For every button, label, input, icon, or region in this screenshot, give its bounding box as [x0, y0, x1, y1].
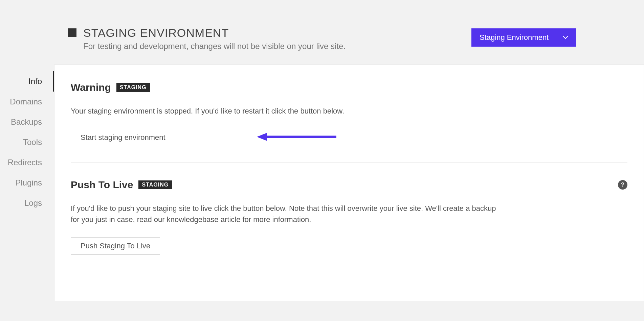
staging-badge: STAGING — [116, 83, 150, 92]
page-header: STAGING ENVIRONMENT For testing and deve… — [0, 0, 644, 65]
warning-section: Warning STAGING Your staging environment… — [71, 82, 627, 163]
sidebar-item-plugins[interactable]: Plugins — [0, 173, 54, 193]
sidebar-item-redirects[interactable]: Redirects — [0, 152, 54, 173]
environment-selector-label: Staging Environment — [480, 33, 549, 42]
content-panel: Warning STAGING Your staging environment… — [54, 65, 644, 301]
sidebar-item-backups[interactable]: Backups — [0, 112, 54, 132]
sidebar-item-label: Backups — [11, 117, 42, 126]
staging-badge: STAGING — [138, 180, 172, 189]
push-text: If you'd like to push your staging site … — [71, 203, 497, 225]
warning-text: Your staging environment is stopped. If … — [71, 105, 497, 117]
help-icon[interactable]: ? — [618, 180, 627, 190]
page-subtitle: For testing and development, changes wil… — [83, 42, 346, 51]
sidebar-item-label: Domains — [10, 97, 42, 106]
sidebar-item-label: Logs — [24, 198, 42, 207]
push-to-live-section: Push To Live STAGING ? If you'd like to … — [71, 163, 627, 271]
push-staging-to-live-button[interactable]: Push Staging To Live — [71, 237, 160, 255]
sidebar-item-logs[interactable]: Logs — [0, 193, 54, 213]
sidebar-item-label: Info — [28, 77, 42, 86]
sidebar-item-label: Redirects — [8, 158, 42, 167]
sidebar-item-label: Plugins — [15, 178, 42, 187]
chevron-down-icon — [563, 35, 568, 40]
svg-marker-1 — [257, 133, 267, 141]
sidebar-item-info[interactable]: Info — [0, 71, 54, 92]
sidebar-item-domains[interactable]: Domains — [0, 92, 54, 112]
sidebar-item-label: Tools — [23, 138, 42, 147]
page-title: STAGING ENVIRONMENT — [83, 26, 346, 40]
sidebar-item-tools[interactable]: Tools — [0, 132, 54, 152]
warning-title: Warning — [71, 82, 111, 93]
annotation-arrow-icon — [257, 132, 338, 142]
sidebar: Info Domains Backups Tools Redirects Plu… — [0, 65, 54, 301]
environment-icon — [68, 28, 76, 37]
start-staging-button[interactable]: Start staging environment — [71, 129, 175, 146]
environment-selector[interactable]: Staging Environment — [471, 28, 576, 47]
push-title: Push To Live — [71, 179, 133, 191]
